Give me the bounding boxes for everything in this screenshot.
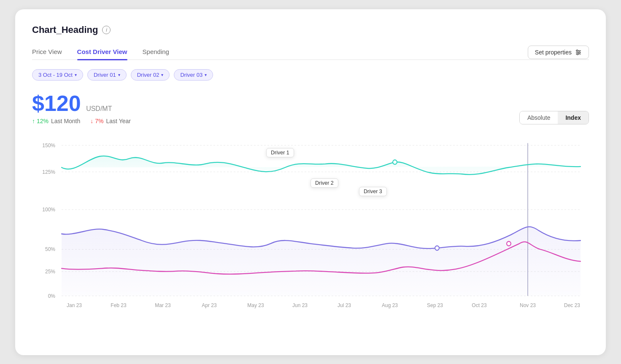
absolute-toggle-btn[interactable]: Absolute — [520, 111, 558, 124]
svg-text:Oct 23: Oct 23 — [472, 302, 486, 308]
svg-text:0%: 0% — [48, 293, 55, 299]
svg-point-5 — [577, 53, 578, 55]
index-toggle-btn[interactable]: Index — [558, 111, 589, 124]
date-filter-chip[interactable]: 3 Oct - 19 Oct ▾ — [32, 69, 83, 81]
main-card: Chart_Heading i Price View Cost Driver V… — [15, 9, 606, 355]
metric-change-down: ↓ 7% Last Year — [90, 118, 131, 124]
svg-text:Aug 23: Aug 23 — [382, 302, 398, 308]
tab-spending[interactable]: Spending — [143, 44, 169, 59]
tab-bar: Price View Cost Driver View Spending Set… — [32, 44, 589, 60]
svg-text:25%: 25% — [45, 268, 55, 274]
svg-text:Jun 23: Jun 23 — [292, 302, 308, 308]
tab-cost-driver-view[interactable]: Cost Driver View — [77, 44, 127, 59]
driver01-filter-chip[interactable]: Driver 01 ▾ — [87, 69, 127, 81]
metric-unit: USD/MT — [86, 105, 112, 112]
chart-area: 150% 125% 100% 50% 25% 0% Jan 23 Feb 23 … — [32, 132, 589, 309]
driver02-filter-chip[interactable]: Driver 02 ▾ — [131, 69, 170, 81]
svg-point-31 — [393, 160, 397, 164]
sliders-icon — [575, 49, 582, 56]
svg-text:Jan 23: Jan 23 — [67, 302, 82, 308]
tab-price-view[interactable]: Price View — [32, 44, 62, 59]
chart-heading: Chart_Heading — [32, 24, 98, 35]
svg-text:May 23: May 23 — [247, 302, 264, 308]
svg-text:125%: 125% — [42, 169, 55, 175]
metric-changes: ↑ 12% Last Month ↓ 7% Last Year — [32, 118, 131, 124]
view-toggle: Absolute Index — [519, 111, 589, 124]
svg-point-32 — [435, 245, 439, 250]
metric-left: $120 USD/MT ↑ 12% Last Month ↓ 7% Last Y… — [32, 92, 131, 124]
metric-row: $120 USD/MT ↑ 12% Last Month ↓ 7% Last Y… — [32, 92, 589, 124]
svg-point-3 — [576, 50, 578, 51]
svg-point-4 — [578, 51, 580, 53]
svg-text:50%: 50% — [45, 246, 55, 252]
metric-value: $120 — [32, 91, 81, 116]
svg-text:150%: 150% — [42, 142, 55, 148]
svg-text:Mar 23: Mar 23 — [155, 302, 170, 308]
metric-value-row: $120 USD/MT — [32, 92, 131, 114]
filter-row: 3 Oct - 19 Oct ▾ Driver 01 ▾ Driver 02 ▾… — [32, 69, 589, 81]
svg-text:Jul 23: Jul 23 — [338, 302, 351, 308]
chart-svg: 150% 125% 100% 50% 25% 0% Jan 23 Feb 23 … — [32, 132, 589, 309]
svg-text:Feb 23: Feb 23 — [111, 302, 126, 308]
metric-change-up: ↑ 12% Last Month — [32, 118, 80, 124]
svg-text:Apr 23: Apr 23 — [202, 302, 216, 308]
card-header: Chart_Heading i — [32, 24, 589, 35]
up-arrow-icon: ↑ — [32, 118, 35, 124]
set-properties-button[interactable]: Set properties — [528, 46, 589, 59]
svg-text:Nov 23: Nov 23 — [520, 302, 536, 308]
info-icon[interactable]: i — [102, 26, 111, 34]
svg-text:Sep 23: Sep 23 — [427, 302, 443, 308]
svg-text:Dec 23: Dec 23 — [564, 302, 580, 308]
svg-point-33 — [507, 241, 511, 246]
driver03-filter-chip[interactable]: Driver 03 ▾ — [174, 69, 213, 81]
svg-text:100%: 100% — [42, 206, 55, 212]
down-arrow-icon: ↓ — [90, 118, 93, 124]
